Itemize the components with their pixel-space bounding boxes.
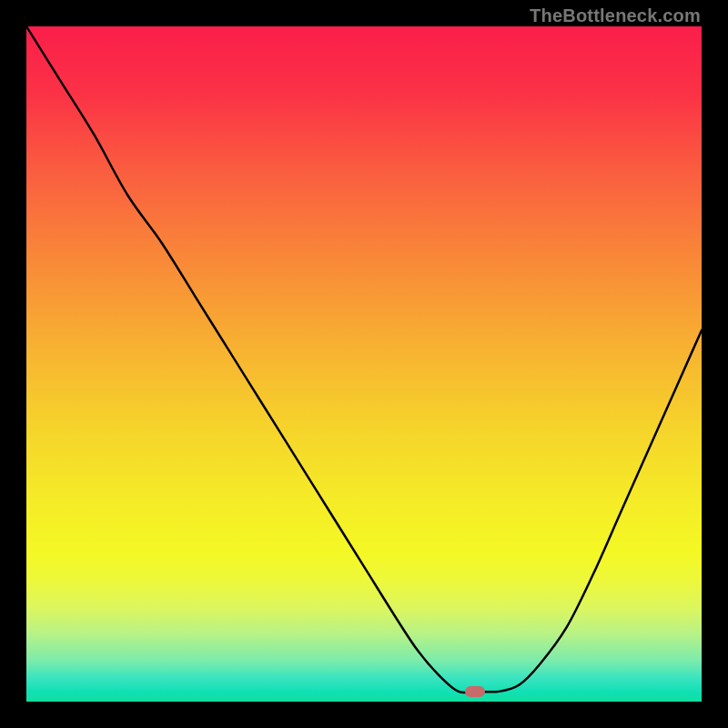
chart-stage: TheBottleneck.com bbox=[0, 0, 728, 728]
optimum-marker bbox=[465, 686, 485, 697]
watermark-label: TheBottleneck.com bbox=[530, 5, 701, 26]
plot-area bbox=[26, 26, 702, 702]
bottleneck-curve bbox=[26, 26, 702, 702]
